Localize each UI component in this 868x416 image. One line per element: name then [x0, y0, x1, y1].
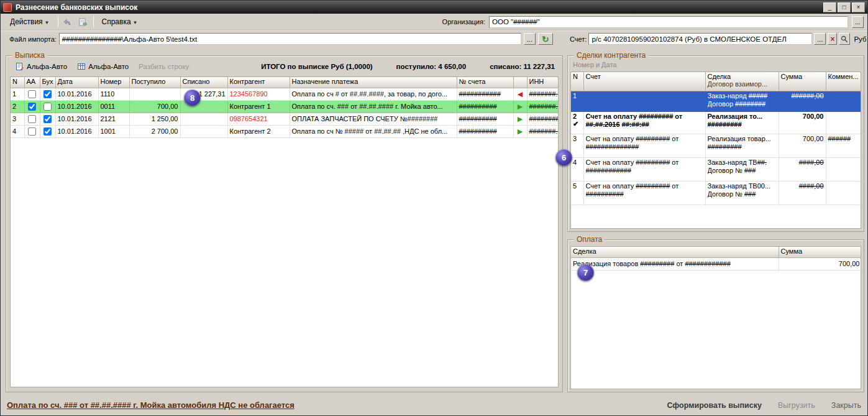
footer-buttons: Сформировать выписку Выгрузить Закрыть: [667, 401, 861, 410]
account-ellipsis-button[interactable]: ...: [814, 33, 826, 45]
import-file-ellipsis-button[interactable]: ...: [524, 33, 536, 45]
sum-cell: ####,00: [779, 181, 826, 205]
statement-row-4[interactable]: 4 10.01.2016 1001 2 700,00 Контрагент 2 …: [11, 125, 559, 137]
date-cell: 10.01.2016: [55, 88, 98, 100]
alfa-auto-load-button[interactable]: Альфа-Авто: [11, 60, 71, 73]
written-cell: [180, 113, 227, 125]
statement-row-1[interactable]: 1 10.01.2016 1110 11 227,31 1234567890 О…: [11, 88, 559, 100]
aa-checkbox[interactable]: [28, 103, 36, 111]
col-header-inn[interactable]: ИНН: [527, 77, 559, 88]
statement-table: N АА Бух Дата Номер Поступило Списано Ко…: [10, 76, 559, 387]
col-header-deal[interactable]: Сделка Договор взаимор...: [705, 72, 779, 91]
account-clear-button[interactable]: ×: [828, 33, 837, 45]
comment-cell: ######: [826, 134, 861, 157]
col-header-n[interactable]: N: [571, 72, 583, 91]
sum-cell: ####,00: [779, 157, 826, 181]
received-cell: 2 700,00: [129, 125, 180, 137]
sum-cell: 700,00: [779, 111, 826, 134]
col-header-purpose[interactable]: Назначение платежа: [290, 77, 457, 88]
statement-group: Выписка Альфа-Авто Альфа-Авто Разбить ст…: [6, 55, 563, 392]
date-cell: 10.01.2016: [55, 125, 98, 137]
alfa-auto-table-button[interactable]: Альфа-Авто: [73, 60, 133, 73]
deal-row-1-selected[interactable]: 1 Заказ-наряд ##### Договор ######## ###…: [571, 91, 861, 111]
export-icon: [78, 17, 88, 27]
statement-row-3[interactable]: 3 10.01.2016 2121 1 250,00 0987654321 ОП…: [11, 113, 559, 125]
account-input[interactable]: р/с 40702810959020102874 (Руб) в СМОЛЕНС…: [588, 33, 812, 45]
col-header-sum[interactable]: Сумма: [779, 72, 826, 91]
purpose-cell: Оплата по сч № ##### от ##.##.## ,НДС не…: [290, 125, 457, 137]
number-cell: 0011: [98, 100, 129, 113]
col-header-sum[interactable]: Сумма: [779, 247, 861, 257]
col-header-account[interactable]: Счет: [583, 72, 705, 91]
buh-checkbox[interactable]: [43, 115, 52, 123]
col-header-contractor[interactable]: Контрагент: [227, 77, 290, 88]
generate-statement-button[interactable]: Сформировать выписку: [667, 401, 761, 410]
sum-cell: 700,00: [779, 134, 826, 157]
export-button[interactable]: Выгрузить: [778, 401, 815, 410]
payment-row-1[interactable]: Реализация товаров ######### от ########…: [571, 257, 861, 270]
clear-icon: ×: [830, 35, 834, 44]
footer-bar: Оплата по сч. ### от ##.##.#### г. Мойка…: [1, 394, 867, 416]
close-form-button[interactable]: Закрыть: [831, 401, 861, 410]
refresh-icon: ↻: [542, 35, 549, 43]
col-header-account[interactable]: № счета: [457, 77, 513, 88]
deal-row-3[interactable]: 3 Счет на оплату ######### от ##########…: [571, 134, 861, 157]
close-button[interactable]: ×: [852, 2, 865, 12]
window-title: Разнесение банковских выписок: [16, 3, 822, 12]
total-label: ИТОГО по выписке Руб (1,0000): [261, 63, 372, 70]
col-header-received[interactable]: Поступило: [129, 77, 180, 88]
deal-row-2-matched[interactable]: 2 ✔ Счет на оплату ######### от ##.##.20…: [571, 111, 861, 134]
currency-label: Руб: [854, 35, 866, 43]
menu-actions[interactable]: Действия▼: [4, 15, 55, 29]
buh-checkbox[interactable]: [43, 127, 52, 136]
direction-arrow-icon: ▶: [518, 103, 523, 110]
aa-checkbox[interactable]: [28, 115, 36, 123]
undo-icon-button[interactable]: [61, 16, 76, 29]
organization-label: Организация:: [442, 18, 485, 25]
import-file-input[interactable]: ###############\Альфа-Авто 5\test4.txt: [59, 33, 521, 45]
import-cluster: Файл импорта: ###############\Альфа-Авто…: [9, 33, 553, 45]
payment-purpose-status: Оплата по сч. ### от ##.##.#### г. Мойка…: [7, 400, 295, 410]
account-number-cell: ###########: [457, 88, 513, 100]
organization-ellipsis-button[interactable]: ...: [852, 16, 864, 28]
col-header-comment[interactable]: Коммен...: [826, 72, 861, 91]
statement-totals: ИТОГО по выписке Руб (1,0000) поступило:…: [261, 63, 557, 70]
buh-checkbox[interactable]: [43, 103, 52, 111]
col-header-n[interactable]: N: [11, 77, 24, 88]
col-header-buh[interactable]: Бух: [40, 77, 55, 88]
col-header-written[interactable]: Списано: [180, 77, 227, 88]
col-header-aa[interactable]: АА: [24, 77, 40, 88]
split-row-button[interactable]: Разбить строку: [134, 61, 193, 72]
row-number: 4: [573, 159, 582, 166]
aa-checkbox[interactable]: [28, 90, 36, 98]
deals-header-row: N Счет Сделка Договор взаимор... Сумма К…: [571, 72, 861, 91]
account-search-button[interactable]: [839, 33, 850, 45]
maximize-button[interactable]: □: [838, 2, 851, 12]
contractor-cell: 0987654321: [227, 113, 290, 125]
row-number: 3: [11, 113, 24, 125]
deal-row-5[interactable]: 5 Счет на оплату ######### от ##########…: [571, 181, 861, 205]
date-cell: 10.01.2016: [55, 113, 98, 125]
statement-row-2-selected[interactable]: 2 10.01.2016 0011 700,00 Контрагент 1 Оп…: [11, 100, 559, 113]
col-header-number[interactable]: Номер: [98, 77, 129, 88]
inn-cell: #######..: [527, 88, 559, 100]
aa-checkbox[interactable]: [28, 127, 36, 136]
deal-row-4[interactable]: 4 Счет на оплату ######### от ##########…: [571, 157, 861, 181]
received-cell: [129, 88, 180, 100]
date-cell: 10.01.2016: [55, 100, 98, 113]
organization-input[interactable]: ООО "######": [489, 16, 848, 28]
deal-cell: Реализация товаров ######### от ########…: [571, 257, 779, 270]
export-icon-button[interactable]: [76, 16, 91, 29]
col-header-arrow[interactable]: [513, 77, 527, 88]
col-header-date[interactable]: Дата: [55, 77, 98, 88]
number-cell: 1110: [98, 88, 129, 100]
app-window: Разнесение банковских выписок _ □ × Дейс…: [0, 0, 868, 416]
sum-cell: 700,00: [779, 257, 861, 270]
minimize-button[interactable]: _: [823, 2, 836, 12]
deals-group: Сделки контрагента Номер и Дата N Счет С…: [567, 55, 864, 232]
col-header-deal[interactable]: Сделка: [571, 247, 779, 257]
reload-file-button[interactable]: ↻: [538, 33, 553, 45]
menu-help[interactable]: Справка▼: [96, 15, 144, 29]
inn-cell: ########: [527, 113, 559, 125]
buh-checkbox[interactable]: [43, 90, 52, 98]
